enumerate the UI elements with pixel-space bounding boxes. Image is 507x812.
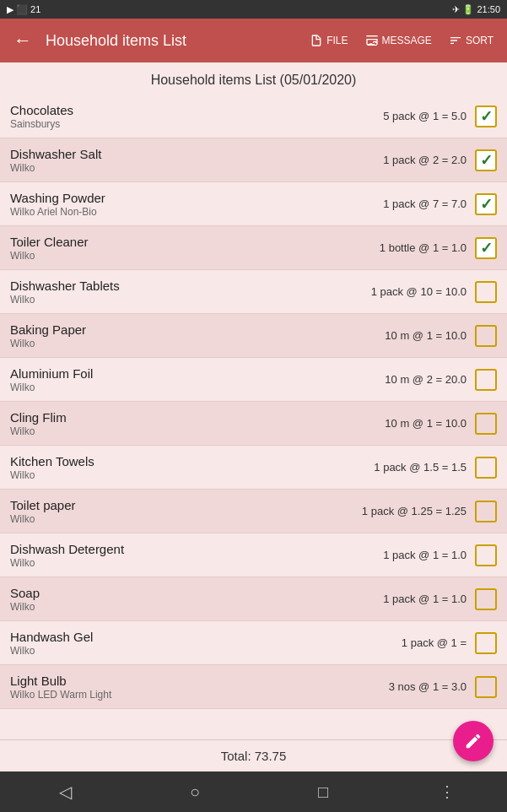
item-store: Wilko <box>10 250 380 262</box>
item-checkbox[interactable] <box>475 588 497 610</box>
item-qty: 10 m @ 1 = 10.0 <box>385 417 467 430</box>
item-qty: 1 bottle @ 1 = 1.0 <box>380 241 467 254</box>
item-qty: 1 pack @ 1.25 = 1.25 <box>362 505 467 517</box>
item-store: Wilko <box>10 469 374 481</box>
item-info: ChocolatesSainsburys <box>10 103 383 130</box>
item-info: Light BulbWilko LED Warm Light <box>10 674 389 701</box>
item-checkbox[interactable] <box>475 632 497 654</box>
item-store: Wilko <box>10 645 402 657</box>
item-checkbox[interactable] <box>475 106 497 127</box>
items-list: ChocolatesSainsburys5 pack @ 1 = 5.0Dish… <box>0 95 507 739</box>
item-store: Wilko <box>10 162 383 174</box>
item-checkbox[interactable] <box>475 281 497 303</box>
list-item: Handwash GelWilko1 pack @ 1 = <box>0 621 507 665</box>
item-checkbox[interactable] <box>475 193 497 215</box>
item-name: Toilet paper <box>10 498 362 512</box>
item-store: Sainsburys <box>10 118 383 130</box>
back-button[interactable]: ← <box>7 26 39 55</box>
item-qty: 10 m @ 2 = 20.0 <box>385 373 467 386</box>
list-item: Kitchen TowelsWilko1 pack @ 1.5 = 1.5 <box>0 446 507 490</box>
item-info: Handwash GelWilko <box>10 630 402 657</box>
item-info: Toiler CleanerWilko <box>10 235 380 262</box>
item-store: Wilko Ariel Non-Bio <box>10 206 383 218</box>
item-checkbox[interactable] <box>475 149 497 171</box>
item-name: Aluminium Foil <box>10 366 385 381</box>
item-name: Handwash Gel <box>10 630 402 644</box>
item-info: Washing PowderWilko Ariel Non-Bio <box>10 191 383 218</box>
item-info: Dishwash DetergentWilko <box>10 542 383 569</box>
item-checkbox[interactable] <box>475 457 497 479</box>
item-qty: 3 nos @ 1 = 3.0 <box>389 680 467 693</box>
recents-nav-button[interactable]: □ <box>305 776 342 809</box>
item-name: Dishwasher Salt <box>10 147 383 161</box>
item-store: Wilko <box>10 382 385 393</box>
item-info: SoapWilko <box>10 586 383 613</box>
item-info: Cling FlimWilko <box>10 410 385 437</box>
message-button[interactable]: MESSAGE <box>359 30 439 51</box>
total-bar: Total: 73.75 <box>0 739 507 771</box>
home-nav-button[interactable]: ○ <box>176 776 213 809</box>
item-info: Aluminium FoilWilko <box>10 366 385 393</box>
item-store: Wilko <box>10 557 383 569</box>
back-nav-button[interactable]: ◁ <box>46 775 85 809</box>
item-qty: 1 pack @ 1.5 = 1.5 <box>374 461 467 474</box>
item-qty: 1 pack @ 1 = 1.0 <box>383 593 467 605</box>
item-qty: 5 pack @ 1 = 5.0 <box>383 110 467 122</box>
item-checkbox[interactable] <box>475 237 497 259</box>
list-item: Washing PowderWilko Ariel Non-Bio1 pack … <box>0 182 507 226</box>
list-item: Toiler CleanerWilko1 bottle @ 1 = 1.0 <box>0 226 507 270</box>
file-button[interactable]: FILE <box>303 30 354 51</box>
bottom-nav: ◁ ○ □ ⋮ <box>0 771 507 812</box>
app-bar-actions: FILE MESSAGE SORT <box>303 30 500 51</box>
item-checkbox[interactable] <box>475 544 497 566</box>
edit-icon <box>464 732 483 750</box>
status-bar-right: ✈ 🔋 21:50 <box>452 4 500 15</box>
item-store: Wilko <box>10 425 385 437</box>
item-checkbox[interactable] <box>475 369 497 391</box>
item-name: Soap <box>10 586 383 600</box>
file-icon <box>310 34 323 47</box>
item-name: Dishwash Detergent <box>10 542 383 556</box>
page-title: Household items List (05/01/2020) <box>0 62 507 95</box>
item-info: Baking PaperWilko <box>10 322 385 349</box>
list-item: SoapWilko1 pack @ 1 = 1.0 <box>0 577 507 621</box>
list-item: Toilet paperWilko1 pack @ 1.25 = 1.25 <box>0 490 507 533</box>
item-name: Toiler Cleaner <box>10 235 380 249</box>
more-nav-button[interactable]: ⋮ <box>433 776 461 808</box>
item-name: Washing Powder <box>10 191 383 205</box>
item-store: Wilko LED Warm Light <box>10 689 389 701</box>
sort-button[interactable]: SORT <box>442 30 500 51</box>
item-store: Wilko <box>10 513 362 525</box>
list-item: Dishwash DetergentWilko1 pack @ 1 = 1.0 <box>0 533 507 577</box>
app-bar-title: Household items List <box>46 32 296 50</box>
item-name: Chocolates <box>10 103 383 117</box>
sort-label: SORT <box>466 35 494 46</box>
message-icon <box>365 34 379 47</box>
item-store: Wilko <box>10 338 385 349</box>
item-checkbox[interactable] <box>475 501 497 522</box>
item-name: Baking Paper <box>10 322 385 337</box>
item-checkbox[interactable] <box>475 325 497 347</box>
list-item: Aluminium FoilWilko10 m @ 2 = 20.0 <box>0 358 507 402</box>
item-checkbox[interactable] <box>475 413 497 435</box>
item-name: Kitchen Towels <box>10 454 374 468</box>
item-info: Dishwasher TabletsWilko <box>10 279 371 306</box>
item-store: Wilko <box>10 294 371 306</box>
item-qty: 1 pack @ 2 = 2.0 <box>383 154 467 166</box>
list-item: ChocolatesSainsburys5 pack @ 1 = 5.0 <box>0 95 507 138</box>
list-item: Dishwasher TabletsWilko1 pack @ 10 = 10.… <box>0 270 507 314</box>
item-qty: 10 m @ 1 = 10.0 <box>385 329 467 342</box>
item-qty: 1 pack @ 10 = 10.0 <box>371 285 467 298</box>
list-item: Baking PaperWilko10 m @ 1 = 10.0 <box>0 314 507 358</box>
status-time: ✈ 🔋 21:50 <box>452 4 500 15</box>
item-checkbox[interactable] <box>475 676 497 698</box>
list-item: Dishwasher SaltWilko1 pack @ 2 = 2.0 <box>0 138 507 182</box>
app-bar: ← Household items List FILE MESSAGE SORT <box>0 19 507 62</box>
status-icons-left: ▶ ⬛ 21 <box>7 4 40 15</box>
message-label: MESSAGE <box>382 35 432 46</box>
item-qty: 1 pack @ 1 = 1.0 <box>383 549 467 561</box>
item-name: Light Bulb <box>10 674 389 688</box>
edit-fab[interactable] <box>453 721 494 761</box>
file-label: FILE <box>326 35 348 46</box>
sort-icon <box>449 34 462 47</box>
